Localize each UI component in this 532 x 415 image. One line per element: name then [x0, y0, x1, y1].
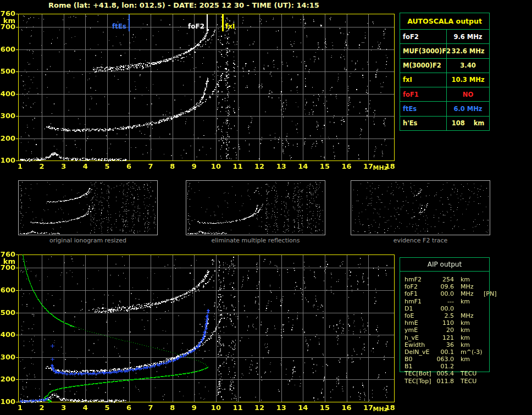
- param-extra: [484, 363, 489, 370]
- aip-row-foe: foE2.5MHz: [404, 312, 489, 319]
- table-row-fxi: fxI 10.3 MHz: [400, 73, 489, 87]
- aip-row-tecbot: TEC[Bot]005.4TECU: [404, 370, 489, 377]
- autoscala-program-screen: Rome (lat: +41.8, lon: 012.5) - DATE: 20…: [0, 0, 532, 415]
- aip-row-hve: h_vE121km: [404, 334, 489, 341]
- param-value: 00.0: [432, 290, 454, 297]
- param-name: MUF(3000)F2: [400, 44, 447, 58]
- param-unit: km: [461, 327, 484, 334]
- param-name: foF2: [404, 283, 432, 290]
- param-unit: km: [461, 334, 484, 341]
- param-name: M(3000)F2: [400, 59, 447, 73]
- autoscala-output-table: AUTOSCALA output foF2 9.6 MHz MUF(3000)F…: [400, 13, 490, 131]
- param-name: Ewidth: [404, 341, 432, 348]
- param-name: h_vE: [404, 334, 432, 341]
- thumbnail-eliminate-reflections: [186, 180, 325, 235]
- table-row-ftes: ftEs 6.0 MHz: [400, 102, 489, 116]
- param-name: h'Es: [400, 117, 447, 130]
- param-extra: [484, 327, 489, 334]
- aip-row-hme: hmE110km: [404, 319, 489, 327]
- param-name: ftEs: [400, 102, 447, 115]
- param-name: B1: [404, 363, 432, 370]
- aip-output-table: AIP output hmF2254km foF209.6MHz foF100.…: [400, 257, 490, 372]
- table-row-muf3000f2: MUF(3000)F2 32.6 MHz: [400, 44, 489, 58]
- aip-row-d1: D100.0: [404, 305, 489, 312]
- param-extra: [484, 334, 489, 341]
- param-unit: [461, 305, 484, 312]
- aip-row-b0: B0063.0km: [404, 356, 489, 363]
- aip-row-tectop: TEC[Top]011.8TECU: [404, 378, 489, 385]
- param-value: 108 km: [447, 117, 489, 130]
- param-name: fxI: [400, 73, 447, 87]
- param-extra: [484, 312, 489, 319]
- param-unit: km: [461, 356, 484, 363]
- param-extra: [484, 370, 489, 377]
- aip-row-yme: ymE20km: [404, 327, 489, 334]
- table-row-hpes: h'Es 108 km: [400, 117, 489, 130]
- aip-row-delnve: DelN_vE00.1m^(-3): [404, 348, 489, 356]
- station-date-time-title: Rome (lat: +41.8, lon: 012.5) - DATE: 20…: [48, 1, 319, 9]
- param-extra: [484, 356, 489, 363]
- param-extra: [PN]: [484, 290, 496, 297]
- param-value: 005.4: [432, 370, 454, 377]
- thumbnail-caption: evidence F2 trace: [351, 237, 490, 244]
- thumbnail-caption: eliminate multiple reflections: [186, 237, 325, 244]
- param-value: 32.6 MHz: [447, 44, 489, 58]
- param-name: foF2: [400, 30, 447, 43]
- param-unit: MHz: [461, 312, 484, 319]
- aip-ionogram-plot: [0, 250, 401, 415]
- param-name: hmF1: [404, 298, 432, 305]
- param-extra: [484, 341, 489, 348]
- param-name: DelN_vE: [404, 348, 432, 356]
- param-name: TEC[Top]: [404, 378, 432, 385]
- thumbnail-original-ionogram: [18, 180, 158, 235]
- param-unit: m^(-3): [461, 348, 484, 356]
- thumbnail-caption: original ionogram resized: [18, 237, 158, 244]
- param-unit: TECU: [461, 378, 484, 385]
- param-value: 9.6 MHz: [447, 30, 489, 43]
- param-name: foF1: [400, 87, 447, 101]
- param-value: 110: [432, 319, 454, 327]
- param-unit: km: [461, 319, 484, 327]
- param-name: ymE: [404, 327, 432, 334]
- param-value: 10.3 MHz: [447, 73, 489, 87]
- param-name: hmF2: [404, 276, 432, 283]
- table-row-m3000f2: M(3000)F2 3.40: [400, 59, 489, 73]
- table-row-fof1: foF1 NO: [400, 87, 489, 102]
- aip-table-rows: hmF2254km foF209.6MHz foF100.0MHz[PN] hm…: [400, 272, 489, 385]
- param-value: 6.0 MHz: [447, 102, 489, 115]
- param-name: TEC[Bot]: [404, 370, 432, 377]
- param-extra: [484, 348, 489, 356]
- param-value: 063.0: [432, 356, 454, 363]
- param-extra: [484, 305, 489, 312]
- param-value: 00.0: [432, 305, 454, 312]
- param-unit: MHz: [461, 283, 484, 290]
- aip-row-fof2: foF209.6MHz: [404, 283, 489, 290]
- param-value: 09.6: [432, 283, 454, 290]
- param-value: 2.5: [432, 312, 454, 319]
- param-value: 36: [432, 341, 454, 348]
- param-value: 01.2: [432, 363, 454, 370]
- param-name: D1: [404, 305, 432, 312]
- param-unit: km: [461, 341, 484, 348]
- param-extra: [484, 378, 489, 385]
- param-value: 00.1: [432, 348, 454, 356]
- autoscala-ionogram-plot: [0, 10, 401, 173]
- thumbnail-evidence-f2-trace: [351, 180, 490, 235]
- param-unit: TECU: [461, 370, 484, 377]
- table-row-fof2: foF2 9.6 MHz: [400, 30, 489, 44]
- param-extra: [484, 298, 489, 305]
- aip-row-hmf2: hmF2254km: [404, 276, 489, 283]
- param-name: foF1: [404, 290, 432, 297]
- param-value: 20: [432, 327, 454, 334]
- param-value: 254: [432, 276, 454, 283]
- param-value: NO: [447, 87, 489, 101]
- param-value: ---: [432, 298, 454, 305]
- param-unit: MHz: [461, 290, 484, 297]
- param-unit: km: [461, 276, 484, 283]
- autoscala-table-title: AUTOSCALA output: [400, 13, 489, 30]
- param-name: hmE: [404, 319, 432, 327]
- param-value: 3.40: [447, 59, 489, 73]
- param-unit: km: [461, 298, 484, 305]
- aip-row-ewidth: Ewidth36km: [404, 341, 489, 348]
- aip-row-b1: B101.2: [404, 363, 489, 370]
